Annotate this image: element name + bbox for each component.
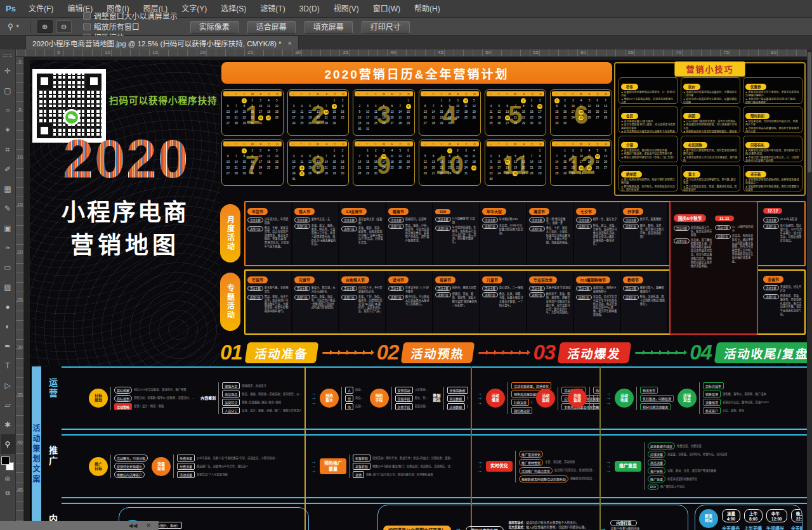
timeline-time-pill: 凌晨4:00	[722, 509, 740, 522]
brush-tool[interactable]: ✎	[1, 198, 15, 218]
tip-card: 分销设立激励机制，推动粉丝主动帮助传播把握好门槛设置，奖励金不宜过高导致亏损佣金…	[619, 136, 678, 162]
flow-item: 流量情况老客访问占比、整体访客、页面PV/UV	[703, 399, 769, 406]
eyedropper-tool[interactable]: ✐	[1, 159, 15, 179]
industry-label-pill: 适用行业	[576, 295, 592, 300]
calendar-days: 1234567891011121314151617181920212223242…	[551, 96, 612, 127]
options-button[interactable]: 打印尺寸	[362, 21, 410, 34]
screen-mode-icon[interactable]: ⧉	[1, 486, 15, 501]
magic-wand-tool[interactable]: ✶	[1, 120, 15, 139]
pen-tool[interactable]: ✒	[1, 336, 15, 356]
checkbox-icon[interactable]	[83, 23, 91, 30]
flow-item: 人员分工运营、设计、客服、仓储、推广：排期与责任到人	[222, 407, 302, 414]
day-cell: 30	[454, 171, 462, 176]
theme-label-pill: 活动主题	[341, 217, 357, 223]
flow-root-node: 实时优化	[486, 461, 513, 471]
zoom-in-button[interactable]: ⊕	[37, 20, 53, 33]
empty-day	[421, 148, 429, 153]
wechat-bubble	[65, 111, 78, 124]
menubar-item[interactable]: 选择(S)	[214, 4, 253, 13]
quick-mask-icon[interactable]: ◎	[1, 470, 15, 486]
calendar-month-card: 一二三四五六日412345678910111213141516171819202…	[419, 89, 481, 136]
national-day-double11-box: 国庆&中秋节活动主题欢度国庆双节气氛，配合出游场景营销适用行业全品类，双节叠加假…	[669, 201, 758, 335]
content-build-pill: 内容打造	[610, 520, 637, 526]
marquee-tool[interactable]: ▢	[1, 81, 15, 100]
ruler-mark: 35	[343, 49, 348, 55]
dash-arrow	[363, 352, 372, 354]
options-checkbox[interactable]: 调整窗口大小以满屏显示	[83, 10, 178, 21]
status-overlay-bar[interactable]: ◀◀ ✕	[0, 521, 159, 530]
tip-card: 砍价选取高毛利高需求商品设置砍价，可邀请好友二次传播砍价活动以裂变拉新为主要目标…	[681, 77, 740, 104]
dodge-tool[interactable]: ◐	[1, 316, 15, 336]
menubar-item[interactable]: 文字(Y)	[174, 4, 214, 13]
tip-line: 佣金以到账即可提现为佳（层级<二级+合规）	[621, 156, 676, 159]
flow-item: 物流发货	[640, 387, 674, 394]
canvas-area[interactable]: 扫码可以获得小程序扶持2020小程序电商营销地图2020营销日历&全年营销计划一…	[24, 57, 807, 530]
lasso-tool[interactable]: ○	[1, 100, 15, 120]
history-brush-tool[interactable]: ≈	[1, 238, 15, 257]
zoom-out-button[interactable]: ⊖	[56, 20, 72, 33]
menubar-item[interactable]: 滤镜(T)	[253, 4, 292, 13]
scrollbar-thumb[interactable]	[808, 52, 811, 172]
industry-text: 全品类，针对学生党可设学生专享折扣和特价活动，购买任意商品立减300元优惠，吸引…	[593, 295, 618, 317]
industry-text: 图书、数码、文具等，新学期可主推开学季，提前预热促销！	[640, 224, 665, 239]
wechat-icon	[63, 109, 80, 126]
timeline-time-pill: 上午8:00	[744, 509, 763, 522]
day-cell: 7	[322, 153, 331, 159]
dash-arrow	[676, 352, 684, 354]
day-cell: 31	[256, 120, 265, 126]
vertical-scrollbar[interactable]	[807, 49, 812, 530]
clone-stamp-tool[interactable]: ▣	[1, 218, 15, 238]
theme-label-pill: 活动主题	[715, 225, 731, 230]
flow-item-box: 活动曝光，引流访客	[114, 455, 148, 462]
shape-tool[interactable]: ▱	[1, 395, 15, 415]
healing-brush-tool[interactable]: ▦	[1, 179, 15, 198]
move-tool[interactable]: ✛	[1, 61, 15, 81]
close-icon[interactable]: ×	[288, 39, 292, 47]
collapse-icon[interactable]: ◀◀	[129, 522, 138, 529]
blur-tool[interactable]: ●	[1, 297, 15, 316]
theme-section: 活动主题夏一场“清凉盛惠节”，清爽一夏	[529, 217, 571, 225]
eraser-tool[interactable]: ▭	[1, 257, 15, 277]
menubar-item[interactable]: 视图(V)	[327, 4, 366, 13]
menubar-item[interactable]: 帮助(H)	[407, 4, 447, 13]
theme-text: 暑期特卖，嗨购818暑期购物节	[593, 286, 618, 294]
flow-item-box: 热销商品打标签	[593, 387, 599, 394]
zoom-tool[interactable]: ⚲	[1, 434, 15, 454]
menubar-item[interactable]: 窗口(W)	[366, 4, 407, 13]
menubar-item[interactable]: 文件(F)	[22, 4, 60, 13]
industry-section: 适用行业鲜花、珠宝、美妆、生鲜等，浪漫经济可推出浪漫购礼活动，提前文案可以蓄势，…	[576, 224, 618, 246]
options-checkbox[interactable]: 缩放所有窗口	[83, 21, 178, 32]
dash-arrow	[339, 352, 347, 354]
day-cell: 22	[240, 115, 249, 120]
panel-grip[interactable]	[3, 55, 12, 57]
day-cell: 25	[265, 115, 273, 120]
theme-section: 活动主题感恩引路人，致最想感谢的人	[623, 286, 665, 294]
type-tool[interactable]: T	[1, 356, 15, 375]
day-cell: 27	[520, 171, 528, 176]
checkbox-icon[interactable]	[83, 12, 91, 20]
crop-tool[interactable]: ⌗	[1, 139, 15, 159]
gradient-tool[interactable]: ▨	[1, 277, 15, 297]
document-tab[interactable]: 2020小程序电商营销地图.jpg @ 12.5% (扫码可以获得小程序扶持, …	[25, 36, 299, 49]
hand-tool[interactable]: ✱	[1, 415, 15, 434]
theme-section: 活动主题妈妈节，感恩大回馈	[435, 286, 477, 291]
tip-line: 群内晒单返现、好评有礼，带动商品页评价沉淀，提升转化率	[621, 185, 676, 191]
day-cell: 17	[380, 159, 388, 165]
close-icon[interactable]: ✕	[146, 522, 151, 529]
day-cell: 5	[306, 103, 314, 109]
day-cell: 1	[404, 98, 412, 103]
phase-header-row: 01活动准备02活动预热03活动爆发04活动收尾/复盘	[220, 340, 806, 365]
menubar-item[interactable]: 3D(D)	[292, 4, 327, 13]
day-cell: 21	[322, 115, 331, 120]
path-select-tool[interactable]: ▷	[1, 375, 15, 395]
day-cell: 8	[561, 153, 569, 159]
ruler-mark: 25	[247, 49, 253, 55]
foreground-color-swatch[interactable]	[1, 456, 10, 465]
options-button[interactable]: 适合屏幕	[247, 21, 296, 34]
day-cell: 1	[520, 98, 528, 103]
options-button[interactable]: 实际像素	[190, 21, 239, 34]
options-button[interactable]: 填充屏幕	[304, 21, 353, 34]
color-swatches[interactable]	[1, 456, 14, 470]
midband-row-pill: 专题活动	[220, 273, 240, 331]
zoom-tool-preview[interactable]: ⚲ ▼	[4, 22, 24, 31]
